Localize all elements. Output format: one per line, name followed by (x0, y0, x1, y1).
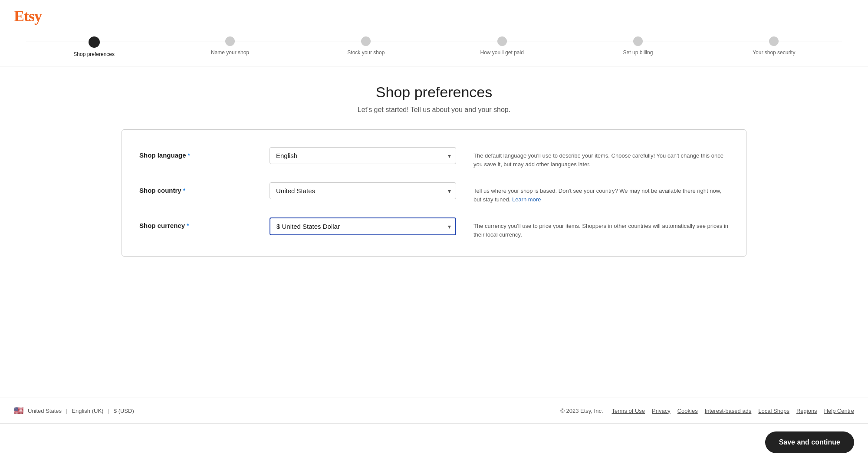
language-label: Shop language (139, 151, 186, 159)
step-label-your-shop-security: Your shop security (753, 49, 795, 56)
country-label-container: Shop country * (139, 182, 252, 194)
language-label-container: Shop language * (139, 147, 252, 159)
save-continue-button[interactable]: Save and continue (765, 431, 854, 453)
footer-link-local-shops[interactable]: Local Shops (758, 408, 789, 414)
step-label-set-up-billing: Set up billing (623, 49, 653, 56)
step-dot-set-up-billing (633, 36, 643, 46)
footer-locale: 🇺🇸 United States | English (UK) | $ (USD… (14, 406, 134, 415)
footer-link-terms-of-use[interactable]: Terms of Use (612, 408, 645, 414)
progress-bar: Shop preferencesName your shopStock your… (0, 32, 868, 66)
language-select-wrapper[interactable]: English French German Spanish Italian Po… (270, 147, 456, 164)
step-label-stock-your-shop: Stock your shop (347, 49, 385, 56)
footer-pipe-1: | (66, 408, 67, 414)
footer-link-help-centre[interactable]: Help Centre (824, 408, 854, 414)
save-bar: Save and continue (0, 423, 868, 461)
learn-more-link[interactable]: Learn more (512, 196, 541, 203)
etsy-logo: Etsy (14, 7, 42, 25)
footer-copyright: © 2023 Etsy, Inc. (560, 408, 603, 414)
currency-select-container[interactable]: $ United States Dollar £ British Pound €… (270, 217, 456, 235)
footer-link-privacy[interactable]: Privacy (652, 408, 671, 414)
step-dot-stock-your-shop (361, 36, 371, 46)
page-subtitle: Let's get started! Tell us about you and… (358, 106, 510, 114)
country-required: * (183, 187, 185, 194)
language-row: Shop language * English French German Sp… (139, 147, 729, 168)
step-dot-your-shop-security (769, 36, 779, 46)
currency-select[interactable]: $ United States Dollar £ British Pound €… (270, 217, 456, 235)
step-name-your-shop: Name your shop (162, 36, 298, 56)
step-dot-how-you-get-paid (497, 36, 507, 46)
step-label-shop-preferences: Shop preferences (73, 51, 115, 57)
country-label: Shop country (139, 187, 181, 194)
language-help: The default language you'll use to descr… (473, 147, 729, 168)
footer-currency: $ (USD) (114, 408, 134, 414)
country-select-container[interactable]: United States United Kingdom Canada Aust… (270, 182, 456, 199)
step-dot-shop-preferences (89, 36, 100, 48)
country-help-text: Tell us where your shop is based. Don't … (473, 188, 721, 203)
step-your-shop-security: Your shop security (706, 36, 842, 56)
steps-container: Shop preferencesName your shopStock your… (26, 32, 842, 57)
country-select[interactable]: United States United Kingdom Canada Aust… (270, 182, 456, 199)
main-content: Shop preferences Let's get started! Tell… (0, 66, 868, 398)
footer-flag-icon: 🇺🇸 (14, 406, 23, 415)
currency-label-container: Shop currency * (139, 217, 252, 229)
footer-links: © 2023 Etsy, Inc. Terms of UsePrivacyCoo… (560, 408, 854, 414)
country-select-wrapper[interactable]: United States United Kingdom Canada Aust… (270, 182, 456, 199)
footer-link-interest-based-ads[interactable]: Interest-based ads (705, 408, 752, 414)
step-stock-your-shop: Stock your shop (298, 36, 434, 56)
step-shop-preferences: Shop preferences (26, 36, 162, 57)
step-dot-name-your-shop (225, 36, 235, 46)
preferences-card: Shop language * English French German Sp… (122, 129, 746, 257)
header: Etsy (0, 0, 868, 32)
currency-select-wrapper[interactable]: $ United States Dollar £ British Pound €… (270, 217, 456, 235)
footer-pipe-2: | (108, 408, 109, 414)
step-label-name-your-shop: Name your shop (211, 49, 249, 56)
footer-link-cookies[interactable]: Cookies (677, 408, 698, 414)
step-set-up-billing: Set up billing (570, 36, 706, 56)
language-select-container[interactable]: English French German Spanish Italian Po… (270, 147, 456, 164)
currency-label: Shop currency (139, 222, 185, 229)
page-title: Shop preferences (376, 84, 492, 101)
footer-country: United States (28, 408, 62, 414)
step-label-how-you-get-paid: How you'll get paid (480, 49, 523, 56)
currency-row: Shop currency * $ United States Dollar £… (139, 217, 729, 239)
language-select[interactable]: English French German Spanish Italian Po… (270, 147, 456, 164)
currency-help: The currency you'll use to price your it… (473, 217, 729, 239)
footer-link-regions[interactable]: Regions (796, 408, 817, 414)
language-required: * (188, 152, 190, 159)
step-how-you-get-paid: How you'll get paid (434, 36, 570, 56)
footer-language: English (UK) (72, 408, 103, 414)
country-row: Shop country * United States United King… (139, 182, 729, 204)
currency-required: * (187, 222, 189, 229)
country-help: Tell us where your shop is based. Don't … (473, 182, 729, 204)
footer: 🇺🇸 United States | English (UK) | $ (USD… (0, 398, 868, 423)
